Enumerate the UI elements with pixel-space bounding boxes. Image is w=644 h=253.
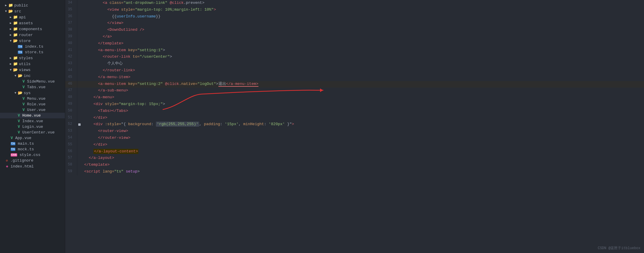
folder-icon-router: 📁 [13, 33, 18, 37]
sidebar-item-user[interactable]: V User.vue [0, 107, 65, 113]
folder-icon-store: 📂 [13, 38, 18, 43]
line-number: 39 [65, 34, 77, 41]
breakpoint-cell [77, 149, 82, 155]
breakpoint-dot [78, 171, 81, 173]
breakpoint-dot [78, 117, 81, 119]
breakpoint-dot [78, 2, 81, 4]
arrow-store: ▼ [8, 39, 13, 43]
arrow-styles: ▶ [8, 56, 13, 60]
sidebar-item-public[interactable]: ▶ 📁 public [0, 2, 65, 8]
sidebar-item-styles[interactable]: ▶ 📁 styles [0, 55, 65, 61]
table-row: 43 个人中心 [65, 61, 644, 67]
sidebar-item-sidemenu[interactable]: V SideMenu.vue [0, 79, 65, 84]
code-line-42: <router-link to="/userCenter"> [82, 54, 644, 61]
sidebar-item-inc[interactable]: ▼ 📂 inc [0, 73, 65, 79]
sidebar-item-components[interactable]: ▶ 📁 components [0, 26, 65, 32]
sidebar-item-router[interactable]: ▶ 📁 router [0, 32, 65, 38]
sidebar-item-maints[interactable]: ts main.ts [0, 141, 65, 146]
table-row: 50 <Tabs></Tabs> [65, 108, 644, 115]
line-number: 48 [65, 94, 77, 101]
code-area[interactable]: 34 <a class="ant-dropdown-link" @click.p… [65, 0, 644, 175]
table-row: 55 </div> [65, 142, 644, 149]
breakpoint-dot [78, 164, 81, 166]
label-styles: styles [19, 56, 33, 60]
table-row: 35 <view style="margin-top: 10%;margin-l… [65, 7, 644, 14]
line-number: 45 [65, 74, 77, 81]
sidebar-item-menu[interactable]: V Menu.vue [0, 96, 65, 101]
sidebar-item-mockts[interactable]: ts mock.ts [0, 146, 65, 152]
sidebar-item-api[interactable]: ▶ 📁 api [0, 14, 65, 20]
sidebar-item-src[interactable]: ▼ 📂 src [0, 8, 65, 14]
sidebar-item-appvue[interactable]: V App.vue [0, 135, 65, 141]
code-line-34: <a class="ant-dropdown-link" @click.prev… [82, 0, 644, 7]
code-line-59: <script lang="ts" setup> [82, 169, 644, 175]
breakpoint-dot [78, 76, 81, 79]
label-inc: inc [24, 74, 31, 78]
sidebar-item-indexhtml[interactable]: ◈ index.html [0, 163, 65, 169]
label-tabs: Tabs.vue [27, 85, 45, 89]
breakpoint-dot [78, 83, 81, 86]
breakpoint-cell [77, 7, 82, 14]
table-row: 53 <router-view> [65, 128, 644, 135]
folder-icon-public: 📁 [8, 3, 13, 8]
vue-icon-indexvue: V [18, 119, 20, 123]
sidebar-item-stylecss[interactable]: css style.css [0, 152, 65, 158]
vue-icon-loginvue: V [18, 125, 20, 129]
breakpoint-dot [78, 90, 81, 92]
code-line-57: </a-layout> [82, 155, 644, 162]
vue-icon-home: V [18, 114, 20, 118]
label-stylecss: style.css [20, 153, 40, 157]
label-appvue: App.vue [15, 136, 31, 140]
sidebar-item-gitignore[interactable]: ⊘ .gitignore [0, 158, 65, 163]
line-number: 35 [65, 7, 77, 14]
sidebar-item-loginvue[interactable]: V Login.vue [0, 124, 65, 130]
table-row: 51 </div> [65, 115, 644, 122]
breakpoint-cell [77, 74, 82, 81]
table-row: 34 <a class="ant-dropdown-link" @click.p… [65, 0, 644, 7]
sidebar-item-tabs[interactable]: V Tabs.vue [0, 84, 65, 90]
ts-icon-maints: ts [11, 142, 15, 145]
vue-icon-role: V [23, 102, 25, 107]
label-mockts: mock.ts [18, 147, 34, 152]
breakpoint-dot [78, 70, 81, 72]
label-home: Home.vue [22, 113, 41, 118]
breakpoint-cell [77, 41, 82, 47]
sidebar-item-home[interactable]: V Home.vue [0, 113, 65, 118]
arrow-assets: ▶ [8, 21, 13, 25]
breakpoint-cell [77, 47, 82, 54]
line-number: 41 [65, 47, 77, 54]
code-line-35: <view style="margin-top: 10%;margin-left… [82, 7, 644, 14]
label-public: public [14, 3, 28, 8]
breakpoint-dot [78, 36, 81, 38]
sidebar-item-assets[interactable]: ▶ 📁 assets [0, 20, 65, 26]
code-line-53: <router-view> [82, 128, 644, 135]
vue-icon-user: V [23, 108, 25, 112]
vue-icon-appvue: V [11, 136, 13, 140]
sidebar-item-sys[interactable]: ▼ 📂 sys [0, 90, 65, 96]
table-row: 48 </a-menu> [65, 94, 644, 101]
sidebar-item-views[interactable]: ▼ 📂 views [0, 67, 65, 73]
sidebar-item-indexvue[interactable]: V Index.vue [0, 118, 65, 124]
label-role: Role.vue [27, 102, 45, 107]
sidebar-item-utils[interactable]: ▶ 📁 utils [0, 61, 65, 67]
line-number: 37 [65, 20, 77, 27]
line-number: 43 [65, 61, 77, 67]
label-user: User.vue [27, 108, 45, 112]
breakpoint-dot [78, 110, 81, 112]
line-number: 56 [65, 149, 77, 155]
label-components: components [19, 27, 42, 31]
sidebar-item-store-store[interactable]: ts store.ts [0, 49, 65, 55]
sidebar-item-store[interactable]: ▼ 📂 store [0, 38, 65, 44]
line-number: 47 [65, 88, 77, 94]
code-line-46: <a-menu-item key="setting:2" @click.nati… [82, 81, 644, 88]
ts-icon-store-store: ts [18, 51, 23, 54]
breakpoint-cell [77, 128, 82, 135]
sidebar-item-store-index[interactable]: ts index.ts [0, 44, 65, 49]
watermark: CSDN @蓝匣子itbluebox [598, 246, 640, 251]
code-line-38: <DownOutlined /> [82, 27, 644, 34]
code-line-45: </a-menu-item> [82, 74, 644, 81]
sidebar-item-role[interactable]: V Role.vue [0, 101, 65, 107]
table-row: 39 </a> [65, 34, 644, 41]
sidebar-item-usercenter[interactable]: V UserCenter.vue [0, 130, 65, 135]
breakpoint-cell [77, 67, 82, 74]
